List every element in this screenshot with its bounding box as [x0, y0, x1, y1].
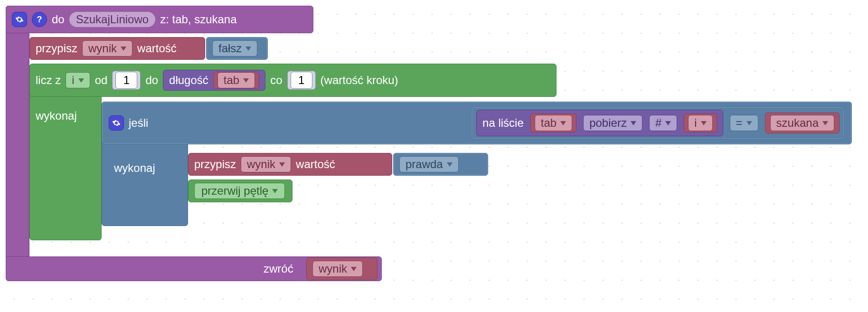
assign-label: przypisz — [36, 42, 77, 55]
break-dropdown[interactable]: przerwij pętlę — [194, 183, 285, 199]
false-block[interactable]: fałsz — [206, 37, 268, 60]
length-arg-dropdown[interactable]: tab — [217, 72, 255, 88]
list-arg-dropdown[interactable]: tab — [535, 115, 572, 131]
get-dropdown[interactable]: pobierz — [583, 115, 642, 131]
function-header[interactable]: ? do SzukajLiniowo z: tab, szukana — [6, 6, 313, 33]
list-get-block[interactable]: na liście tab pobierz # i — [476, 110, 723, 136]
var-wynik-dropdown[interactable]: wynik — [82, 40, 132, 57]
step-note: (wartość kroku) — [321, 74, 398, 87]
function-params: z: tab, szukana — [160, 13, 236, 26]
list-arg-block[interactable]: tab — [530, 113, 576, 132]
index-block[interactable]: i — [684, 113, 717, 132]
length-arg-block[interactable]: tab — [213, 72, 259, 89]
if-block[interactable]: jeśli na liście tab pobierz # i — [102, 102, 852, 144]
if-do-label: wykonaj — [114, 161, 155, 175]
true-dropdown[interactable]: prawda — [399, 156, 459, 172]
length-block[interactable]: długość tab — [163, 70, 265, 91]
loop-var-dropdown[interactable]: i — [66, 72, 90, 88]
return-var-dropdown[interactable]: wynik — [312, 261, 363, 277]
function-spine — [6, 6, 29, 273]
to-label: do — [145, 74, 158, 87]
from-value-block[interactable]: 1 — [112, 71, 141, 90]
index-var-dropdown[interactable]: i — [688, 115, 712, 131]
set-wynik-true[interactable]: przypisz wynik wartość — [188, 153, 392, 176]
gear-icon[interactable] — [109, 115, 124, 131]
compare-block[interactable]: na liście tab pobierz # i = — [471, 106, 845, 140]
op-dropdown[interactable]: = — [730, 115, 758, 131]
true-block[interactable]: prawda — [393, 153, 488, 176]
step-value[interactable]: 1 — [291, 72, 312, 89]
help-icon[interactable]: ? — [32, 12, 47, 27]
var-wynik-dropdown[interactable]: wynik — [241, 156, 291, 172]
from-value[interactable]: 1 — [115, 72, 137, 89]
return-value-block[interactable]: wynik — [306, 257, 377, 280]
assign-label: przypisz — [194, 158, 236, 171]
hash-dropdown[interactable]: # — [649, 115, 677, 131]
step-value-block[interactable]: 1 — [287, 71, 316, 90]
from-label: od — [95, 74, 108, 87]
step-label: co — [270, 74, 282, 87]
function-do-label: do — [52, 13, 65, 26]
for-loop[interactable]: licz z i od 1 do długość tab co 1 (warto… — [29, 64, 557, 97]
value-label: wartość — [296, 158, 335, 171]
length-label: długość — [169, 74, 208, 87]
if-label: jeśli — [129, 116, 148, 130]
break-block[interactable]: przerwij pętlę — [188, 180, 292, 202]
rhs-block[interactable]: szukana — [765, 113, 840, 133]
set-wynik-false[interactable]: przypisz wynik wartość — [29, 37, 205, 60]
rhs-dropdown[interactable]: szukana — [770, 115, 834, 131]
count-label: licz z — [36, 74, 61, 87]
value-label: wartość — [137, 42, 177, 55]
loop-do-label: wykonaj — [36, 109, 77, 123]
false-dropdown[interactable]: fałsz — [212, 40, 257, 57]
return-label: zwróć — [264, 262, 293, 275]
function-name[interactable]: SzukajLiniowo — [69, 12, 155, 27]
gear-icon[interactable] — [12, 12, 27, 27]
inlist-label: na liście — [482, 116, 524, 130]
